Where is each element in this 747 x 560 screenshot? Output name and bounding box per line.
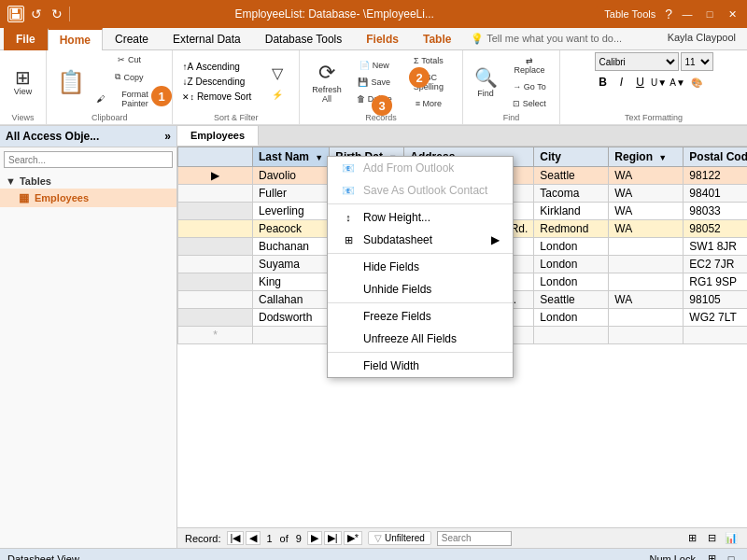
descending-button[interactable]: ↓Z Descending [177,75,256,89]
menu-unhide-fields-label: Unhide Fields [363,283,431,296]
undo-icon[interactable]: ↺ [28,6,45,22]
cut-label: Cut [128,55,141,64]
section-collapse-icon: ▼ [6,175,16,187]
th-region[interactable]: Region ▼ [609,147,684,167]
employees-tab[interactable]: Employees [177,126,259,146]
menu-freeze-fields-label: Freeze Fields [363,310,431,323]
menu-row-height[interactable]: ↕ Row Height... [328,206,513,229]
ribbon-group-views: ⊞ View Views [0,50,47,124]
tab-home[interactable]: Home [48,28,103,50]
tab-external-data[interactable]: External Data [161,28,253,50]
tab-table[interactable]: Table [411,28,463,50]
menu-field-width[interactable]: Field Width [328,355,513,377]
search-input[interactable] [437,531,512,546]
clipboard-content: 📋 ✂Cut ⧉Copy 🖌Format Painter [52,52,166,111]
row-selector-7 [178,291,253,309]
row-selector-1 [178,185,253,203]
th-postal[interactable]: Postal Cod [684,147,747,167]
copy-button[interactable]: ⧉Copy [92,69,166,85]
th-city[interactable]: City [534,147,609,167]
new-record-button[interactable]: ▶* [344,531,362,545]
tab-fields[interactable]: Fields [354,28,411,50]
text-color-button[interactable]: A▼ [669,74,686,91]
menu-unfreeze-fields[interactable]: Unfreeze All Fields [328,328,513,350]
tab-create[interactable]: Create [103,28,161,50]
remove-sort-button[interactable]: ✕↕ Remove Sort [177,90,256,104]
cell-postal-7: 98105 [684,291,747,309]
new-row-col1[interactable] [253,327,330,344]
datasheet-view-icon[interactable]: ⊞ [684,530,700,547]
menu-row-height-label: Row Height... [363,211,430,224]
totals-button[interactable]: Σ Totals [401,53,457,68]
save-record-label: Save [371,77,390,87]
bottom-datasheet-icon[interactable]: ⊞ [703,551,720,561]
ascending-button[interactable]: ↑A Ascending [177,60,256,74]
cell-city-7: Seattle [534,291,609,309]
sidebar-section-tables: ▼ Tables ▦ Employees [0,172,176,209]
view-icon: ⊞ [15,68,31,87]
paste-button[interactable]: 📋 [52,66,89,98]
toggle-filter-button[interactable]: ⚡ [261,87,294,103]
find-button[interactable]: 🔍 Find [469,63,502,101]
new-button[interactable]: 📄New [352,58,397,73]
goto-button[interactable]: → Go To [505,79,554,94]
underline-button[interactable]: U [632,74,649,91]
menu-hide-fields[interactable]: Hide Fields [328,256,513,278]
refresh-button[interactable]: ⟳ RefreshAll [305,58,348,106]
save-icon[interactable] [7,6,24,22]
tab-file[interactable]: File [4,28,48,50]
menu-add-from-outlook[interactable]: 📧 Add From Outlook [328,157,513,179]
view-button[interactable]: ⊞ View [7,65,40,99]
menu-unfreeze-fields-label: Unfreeze All Fields [363,332,457,345]
select-button[interactable]: ⊡ Select [505,96,554,111]
sidebar-collapse-btn[interactable]: » [164,130,171,143]
tell-me-box[interactable]: 💡 Tell me what you want to do... [463,28,659,49]
pivot-table-icon[interactable]: ⊟ [703,530,720,547]
maximize-button[interactable]: □ [702,7,717,21]
main-area: All Access Obje... » ▼ Tables ▦ Employee… [0,126,747,548]
menu-save-outlook-contact[interactable]: 📧 Save As Outlook Contact [328,179,513,202]
sidebar-search-input[interactable] [4,151,173,168]
menu-unhide-fields[interactable]: Unhide Fields [328,278,513,301]
tab-database-tools[interactable]: Database Tools [253,28,355,50]
next-record-button[interactable]: ▶ [307,531,322,545]
last-record-button[interactable]: ▶| [324,531,342,545]
redo-icon[interactable]: ↻ [49,6,65,22]
ribbon: File Home Create External Data Database … [0,28,747,126]
cut-button[interactable]: ✂Cut [92,52,166,67]
find-group-label: Find [503,111,520,122]
close-button[interactable]: ✕ [725,7,740,21]
save-button[interactable]: 💾Save [352,75,397,90]
bottom-view-icons: ⊞ □ [703,551,740,561]
copy-label: Copy [123,73,143,82]
title-bar-controls: ? — □ ✕ [665,7,740,21]
more-button[interactable]: ≡ More [401,96,457,111]
ascending-icon: ↑A [182,62,193,72]
menu-freeze-fields[interactable]: Freeze Fields [328,305,513,328]
font-size-select[interactable]: 11 [681,52,713,71]
chart-view-icon[interactable]: 📊 [723,530,740,547]
status-right: ⊞ ⊟ 📊 [684,530,740,547]
bg-color-button[interactable]: 🎨 [688,74,705,91]
bold-button[interactable]: B [595,74,612,91]
cell-postal-1: 98401 [684,185,747,203]
prev-record-button[interactable]: ◀ [246,531,261,545]
italic-button[interactable]: I [613,74,630,91]
first-record-button[interactable]: |◀ [227,531,245,545]
filter-button[interactable]: ▽ [261,62,294,85]
filter-badge[interactable]: ▽ Unfiltered [368,531,431,545]
minimize-button[interactable]: — [680,7,695,21]
sidebar-item-employees[interactable]: ▦ Employees [0,189,176,207]
replace-button[interactable]: ⇄ Replace [505,53,554,77]
menu-subdatasheet[interactable]: ⊞ Subdatasheet ▶ [328,229,513,251]
text-formatting-group-label: Text Formatting [625,111,683,122]
th-last-name[interactable]: Last Nam ▼ [253,147,330,167]
bottom-form-icon[interactable]: □ [723,551,740,561]
svg-rect-2 [12,14,20,19]
font-select[interactable]: Calibri [595,52,679,71]
cell-city-3: Redmond [534,220,609,238]
menu-field-width-label: Field Width [363,359,419,372]
help-icon[interactable]: ? [665,7,672,21]
cell-last-name-5: Suyama [253,256,330,273]
underline-color-button[interactable]: U▼ [651,74,668,91]
